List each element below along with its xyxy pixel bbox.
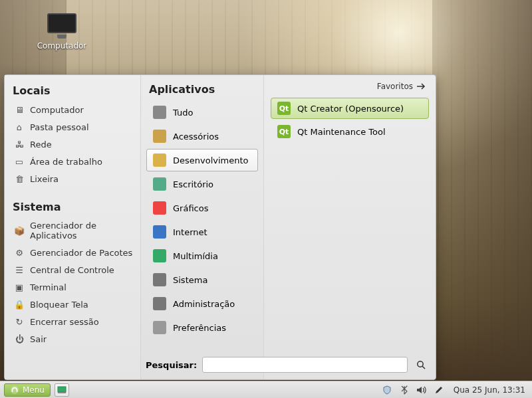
category-tudo[interactable]: Tudo [146, 101, 258, 124]
category-multimídia[interactable]: Multimídia [146, 245, 258, 267]
system-item-1[interactable]: ⚙Gerenciador de Pacotes [10, 244, 138, 261]
monitor-icon: 🖥 [14, 104, 25, 115]
bluetooth-icon[interactable] [399, 385, 410, 395]
system-item-0[interactable]: 📦Gerenciador de Aplicativos [10, 217, 138, 244]
category-preferências[interactable]: Preferências [146, 316, 258, 339]
system-item-5[interactable]: ↻Encerrar sessão [10, 313, 138, 330]
search-label: Pesquisar: [146, 360, 197, 370]
office-icon [153, 177, 166, 191]
system-item-6[interactable]: ⏻Sair [10, 330, 138, 348]
system-item-2[interactable]: ☰Central de Controle [10, 261, 138, 278]
category-gráficos[interactable]: Gráficos [146, 197, 258, 219]
lock-icon: 🔒 [14, 299, 25, 310]
system-item-label: Gerenciador de Aplicativos [30, 221, 134, 241]
places-item-2[interactable]: 🖧Rede [10, 136, 138, 153]
places-item-label: Rede [30, 140, 52, 149]
search-row: Pesquisar: [146, 357, 429, 373]
category-label: Sistema [173, 275, 207, 285]
favorites-label: Favoritos [377, 82, 413, 91]
category-label: Internet [173, 227, 207, 237]
places-item-3[interactable]: ▭Área de trabalho [10, 153, 138, 170]
category-administração[interactable]: Administração [146, 292, 258, 315]
svg-rect-4 [58, 392, 66, 393]
places-item-label: Área de trabalho [30, 157, 102, 167]
shield-icon[interactable] [382, 385, 392, 395]
system-item-label: Central de Controle [30, 265, 114, 275]
taskbar: Menu Qua 25 Jun, 13:31 [0, 381, 532, 398]
qt-icon: Qt [277, 102, 291, 115]
svg-rect-3 [58, 387, 66, 392]
apps-heading: Aplicativos [149, 83, 255, 96]
system-item-label: Bloquear Tela [30, 300, 88, 310]
system-item-label: Terminal [30, 282, 66, 292]
accessories-icon [153, 130, 166, 143]
network-icon: 🖧 [14, 139, 25, 149]
system-icon [153, 273, 166, 286]
menu-button-label: Menu [23, 385, 45, 395]
app-label: Qt Maintenance Tool [297, 127, 386, 137]
menu-apps-column: Favoritos QtQt Creator (Opensource)QtQt … [264, 75, 436, 379]
system-item-4[interactable]: 🔒Bloquear Tela [10, 296, 138, 313]
taskbar-show-desktop[interactable] [55, 383, 69, 397]
places-item-4[interactable]: 🗑Lixeira [10, 170, 138, 187]
mint-logo-icon [10, 385, 19, 395]
category-escritório[interactable]: Escritório [146, 173, 258, 195]
places-item-1[interactable]: ⌂Pasta pessoal [10, 118, 138, 136]
desktop-icon: ▭ [14, 156, 25, 167]
prefs-icon [153, 321, 166, 334]
all-icon [153, 106, 166, 119]
category-label: Administração [173, 299, 235, 309]
places-heading: Locais [13, 84, 135, 97]
menu-button[interactable]: Menu [4, 383, 51, 397]
arrow-right-icon [417, 83, 426, 90]
admin-icon [153, 297, 166, 310]
taskbar-clock[interactable]: Qua 25 Jun, 13:31 [451, 385, 528, 395]
svg-point-0 [418, 361, 423, 367]
app-item-1[interactable]: QtQt Maintenance Tool [271, 121, 429, 142]
category-label: Gráficos [173, 203, 208, 213]
category-acessórios[interactable]: Acessórios [146, 125, 258, 148]
places-item-label: Lixeira [30, 174, 59, 184]
logout-icon: ↻ [14, 316, 25, 327]
category-label: Multimídia [173, 251, 218, 261]
system-item-3[interactable]: ▣Terminal [10, 278, 138, 296]
category-label: Acessórios [173, 132, 219, 142]
volume-icon[interactable] [416, 385, 427, 395]
pen-icon[interactable] [434, 385, 444, 395]
app-item-0[interactable]: QtQt Creator (Opensource) [271, 98, 429, 119]
power-icon: ⏻ [14, 334, 25, 344]
system-heading: Sistema [13, 201, 135, 213]
category-label: Preferências [173, 323, 226, 333]
category-label: Tudo [173, 108, 193, 118]
control-center-icon: ☰ [14, 264, 25, 275]
category-label: Escritório [173, 179, 213, 189]
places-item-label: Computador [30, 105, 84, 115]
system-tray: Qua 25 Jun, 13:31 [382, 385, 528, 395]
show-desktop-icon [57, 386, 66, 394]
monitor-icon [47, 13, 76, 33]
desktop-icon-computer[interactable]: Computador [32, 13, 92, 50]
qt-icon: Qt [277, 125, 291, 138]
system-item-label: Gerenciador de Pacotes [30, 248, 132, 258]
search-input[interactable] [202, 357, 408, 373]
system-item-label: Sair [30, 334, 47, 344]
wallpaper-tower-right [432, 0, 532, 398]
search-button[interactable] [413, 357, 429, 373]
search-icon [416, 360, 426, 369]
terminal-icon: ▣ [14, 282, 25, 292]
favorites-link[interactable]: Favoritos [377, 82, 426, 91]
category-internet[interactable]: Internet [146, 221, 258, 243]
monitor-stand [57, 35, 66, 39]
menu-categories-column: Aplicativos TudoAcessóriosDesenvolviment… [140, 75, 264, 379]
trash-icon: 🗑 [14, 173, 25, 184]
desktop-icon-label: Computador [32, 41, 92, 50]
system-item-label: Encerrar sessão [30, 317, 99, 327]
graphics-icon [153, 201, 166, 215]
home-icon: ⌂ [14, 122, 25, 132]
category-desenvolvimento[interactable]: Desenvolvimento [146, 149, 258, 171]
places-item-0[interactable]: 🖥Computador [10, 101, 138, 118]
apps-mgr-icon: 📦 [14, 225, 25, 236]
internet-icon [153, 225, 166, 239]
category-sistema[interactable]: Sistema [146, 268, 258, 291]
pkg-mgr-icon: ⚙ [14, 247, 25, 258]
